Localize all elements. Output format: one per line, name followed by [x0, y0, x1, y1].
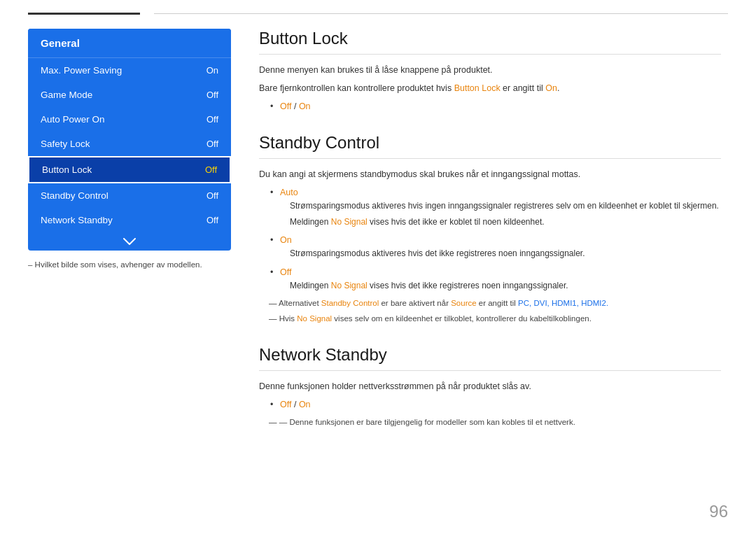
- off-desc1: Meldingen No Signal vises hvis det ikke …: [290, 279, 721, 293]
- button-lock-bullet-list: Off / On: [270, 99, 721, 113]
- standby-control-item-off: Off Meldingen No Signal vises hvis det i…: [270, 265, 721, 293]
- standby-control-item-on: On Strømsparingsmodus aktiveres hvis det…: [270, 233, 721, 260]
- sidebar-item-value: On: [206, 65, 218, 76]
- content-area: Button Lock Denne menyen kan brukes til …: [259, 29, 728, 520]
- button-lock-off: Off: [280, 101, 291, 111]
- sidebar-item-label: Network Standby: [41, 215, 113, 225]
- sidebar-item-label: Max. Power Saving: [41, 65, 122, 76]
- top-bar: [0, 0, 756, 22]
- sidebar-title: General: [28, 29, 231, 58]
- button-lock-highlight-on: On: [545, 83, 557, 93]
- source-ref: Source: [451, 299, 476, 307]
- page-number: 96: [709, 502, 728, 521]
- no-signal-1: No Signal: [331, 217, 368, 227]
- sidebar-item-label: Standby Control: [41, 190, 108, 201]
- sidebar-item-standby-control[interactable]: Standby Control Off: [28, 183, 231, 208]
- sidebar-item-network-standby[interactable]: Network Standby Off: [28, 208, 231, 232]
- button-lock-title: Button Lock: [259, 29, 721, 55]
- chevron-down-icon[interactable]: [28, 232, 231, 251]
- sidebar-item-value: Off: [206, 215, 218, 225]
- network-standby-note: ― Denne funksjonen er bare tilgjengelig …: [259, 416, 721, 428]
- sidebar-item-label: Auto Power On: [41, 114, 105, 125]
- standby-control-item-auto: Auto Strømsparingsmodus aktiveres hvis i…: [270, 185, 721, 229]
- button-lock-on: On: [299, 101, 311, 111]
- network-off: Off: [280, 400, 291, 409]
- sidebar-item-value: Off: [205, 164, 217, 175]
- no-signal-ref: No Signal: [297, 314, 332, 323]
- button-lock-bullet-item: Off / On: [270, 99, 721, 113]
- standby-note-2: Hvis No Signal vises selv om en kildeenh…: [259, 312, 721, 325]
- on-label: On: [280, 235, 292, 245]
- standby-control-section: Standby Control Du kan angi at skjermens…: [259, 133, 721, 325]
- no-signal-2: No Signal: [331, 281, 368, 290]
- sidebar-menu: General Max. Power Saving On Game Mode O…: [28, 29, 231, 251]
- sidebar-item-value: Off: [206, 90, 218, 100]
- button-lock-section: Button Lock Denne menyen kan brukes til …: [259, 29, 721, 113]
- sidebar-item-label: Game Mode: [41, 90, 92, 100]
- sidebar-item-button-lock[interactable]: Button Lock Off: [28, 156, 231, 183]
- sidebar-item-label: Safety Lock: [41, 139, 90, 149]
- standby-note-1: Alternativet Standby Control er bare akt…: [259, 297, 721, 309]
- standby-control-desc: Du kan angi at skjermens standbymodus sk…: [259, 167, 721, 181]
- button-lock-desc1: Denne menyen kan brukes til å låse knapp…: [259, 63, 721, 77]
- auto-desc2: Meldingen No Signal vises hvis det ikke …: [290, 216, 721, 229]
- network-standby-bullet-item: Off / On: [270, 398, 721, 412]
- main-content: General Max. Power Saving On Game Mode O…: [0, 22, 756, 534]
- top-bar-light-line: [154, 13, 728, 14]
- top-bar-dark-line: [28, 13, 140, 15]
- off-label: Off: [280, 267, 291, 277]
- sidebar-item-game-mode[interactable]: Game Mode Off: [28, 83, 231, 107]
- sidebar-note: – Hvilket bilde som vises, avhenger av m…: [28, 260, 231, 269]
- network-on: On: [299, 400, 311, 409]
- sidebar-item-max-power-saving[interactable]: Max. Power Saving On: [28, 58, 231, 83]
- network-standby-bullet-list: Off / On: [270, 398, 721, 412]
- sidebar-item-label: Button Lock: [42, 164, 92, 175]
- sidebar-item-value: Off: [206, 190, 218, 201]
- sidebar-item-value: Off: [206, 114, 218, 125]
- on-desc: Strømsparingsmodus aktiveres hvis det ik…: [290, 247, 721, 260]
- pc-dvi-ref: PC, DVI, HDMI1, HDMI2.: [518, 299, 608, 307]
- auto-label: Auto: [280, 188, 298, 197]
- button-lock-highlight-orange: Button Lock: [454, 83, 500, 93]
- standby-control-title: Standby Control: [259, 133, 721, 159]
- sidebar: General Max. Power Saving On Game Mode O…: [28, 29, 231, 520]
- sidebar-item-auto-power-on[interactable]: Auto Power On Off: [28, 107, 231, 132]
- standby-control-bullet-list: Auto Strømsparingsmodus aktiveres hvis i…: [270, 185, 721, 293]
- auto-desc1: Strømsparingsmodus aktiveres hvis ingen …: [290, 199, 721, 213]
- network-standby-desc: Denne funksjonen holder nettverksstrømme…: [259, 379, 721, 393]
- network-standby-title: Network Standby: [259, 345, 721, 371]
- button-lock-desc2: Bare fjernkontrollen kan kontrollere pro…: [259, 81, 721, 95]
- sidebar-item-safety-lock[interactable]: Safety Lock Off: [28, 132, 231, 156]
- sidebar-item-value: Off: [206, 139, 218, 149]
- standby-control-ref: Standby Control: [321, 299, 379, 307]
- network-standby-section: Network Standby Denne funksjonen holder …: [259, 345, 721, 428]
